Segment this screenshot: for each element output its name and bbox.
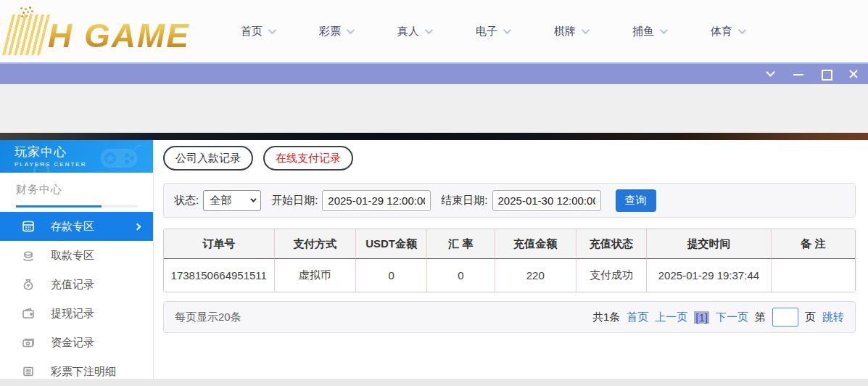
main-panel: 公司入款记录 在线支付记录 状态: 全部 开始日期: 结束日期: 查询 订单号 — [154, 140, 868, 386]
sidebar-item-withdrawal-records[interactable]: 提现记录 — [0, 299, 153, 328]
window-maximize-button[interactable] — [820, 68, 832, 80]
page-size-text: 每页显示20条 — [175, 311, 241, 324]
cell-remark — [771, 259, 855, 292]
records-table: 订单号 支付方式 USDT金额 汇 率 充值金额 充值状态 提交时间 备 注 1… — [163, 229, 856, 292]
sidebar-item-label: 取款专区 — [51, 249, 94, 263]
sidebar-item-label: 存款专区 — [51, 220, 94, 234]
jump-button[interactable]: 跳转 — [822, 311, 844, 324]
money-bag-icon — [22, 278, 35, 291]
chevron-right-icon — [134, 223, 141, 230]
col-usdt-amount: USDT金额 — [355, 229, 426, 259]
col-payment-method: 支付方式 — [274, 229, 355, 259]
first-page-link[interactable]: 首页 — [627, 311, 648, 324]
page-bottom-strip — [0, 379, 868, 386]
pagination-controls: 共1条 首页 上一页 [1] 下一页 第 页 跳转 — [592, 308, 844, 327]
pagination-panel: 每页显示20条 共1条 首页 上一页 [1] 下一页 第 页 跳转 — [163, 301, 856, 333]
chevron-down-icon — [347, 26, 355, 34]
sidebar-item-withdraw-zone[interactable]: 取款专区 — [0, 241, 153, 270]
sidebar-item-deposit-zone[interactable]: 存款专区 — [0, 212, 153, 241]
col-exchange-rate: 汇 率 — [426, 229, 494, 259]
filter-panel: 状态: 全部 开始日期: 结束日期: 查询 — [163, 183, 856, 218]
nav-item-sports[interactable]: 体育 — [711, 25, 744, 38]
logo-text: H GAME — [48, 19, 190, 52]
nav-item-chess[interactable]: 棋牌 — [554, 25, 587, 38]
end-date-input[interactable] — [492, 190, 601, 211]
hand-coins-icon — [22, 249, 35, 262]
next-page-link[interactable]: 下一页 — [716, 311, 748, 324]
nav-item-label: 捕鱼 — [632, 25, 654, 38]
table-header-row: 订单号 支付方式 USDT金额 汇 率 充值金额 充值状态 提交时间 备 注 — [164, 229, 855, 259]
cell-order-number: 1738150664951511 — [164, 259, 274, 292]
cell-payment-method: 虚拟币 — [274, 259, 355, 292]
col-order-number: 订单号 — [164, 229, 274, 259]
chevron-down-icon — [660, 26, 668, 34]
nav-item-live[interactable]: 真人 — [397, 25, 431, 38]
chevron-down-icon — [425, 26, 433, 34]
prev-page-link[interactable]: 上一页 — [655, 311, 687, 324]
wallet-icon — [22, 307, 35, 320]
list-document-icon — [22, 365, 35, 378]
window-minimize-button[interactable] — [793, 68, 804, 80]
chevron-down-icon — [766, 67, 775, 77]
col-recharge-status: 充值状态 — [576, 229, 646, 259]
brand-logo[interactable]: H GAME — [7, 6, 203, 57]
nav-item-label: 首页 — [241, 25, 263, 38]
current-page-indicator[interactable]: [1] — [694, 311, 709, 324]
start-date-label: 开始日期: — [271, 194, 318, 208]
nav-item-slots[interactable]: 电子 — [476, 25, 509, 38]
jump-page-input[interactable] — [772, 308, 798, 327]
col-submit-time: 提交时间 — [646, 229, 771, 259]
table-row: 1738150664951511 虚拟币 0 0 220 支付成功 2025-0… — [164, 259, 855, 292]
sidebar-header: 玩家中心 PLAYERS CENTER — [0, 140, 153, 173]
sidebar: 玩家中心 PLAYERS CENTER 财务中心 存款专区 — [0, 140, 154, 386]
sidebar-item-label: 提现记录 — [51, 307, 94, 321]
status-select[interactable]: 全部 — [203, 190, 261, 211]
window-close-button[interactable] — [848, 68, 859, 80]
chevron-down-icon — [582, 26, 590, 34]
nav-item-home[interactable]: 首页 — [241, 25, 274, 38]
top-header: H GAME 首页 彩票 真人 电子 棋牌 捕鱼 体育 — [0, 0, 868, 62]
finance-divider — [16, 205, 138, 208]
logo-stripes-icon — [2, 15, 50, 55]
record-tabs: 公司入款记录 在线支付记录 — [163, 146, 856, 171]
nav-item-lottery[interactable]: 彩票 — [319, 25, 352, 38]
logo-sparkles-icon — [20, 7, 22, 9]
sidebar-item-label: 彩票下注明细 — [51, 365, 116, 379]
deposit-machine-icon — [22, 220, 35, 233]
nav-item-label: 体育 — [711, 25, 732, 38]
sidebar-item-label: 资金记录 — [51, 336, 94, 350]
content-area: 玩家中心 PLAYERS CENTER 财务中心 存款专区 — [0, 140, 868, 386]
col-remark: 备 注 — [771, 229, 855, 259]
chevron-down-icon — [268, 26, 276, 34]
cell-usdt-amount: 0 — [355, 259, 426, 292]
sidebar-item-funds-records[interactable]: 资金记录 — [0, 328, 153, 357]
total-count-text: 共1条 — [592, 311, 620, 324]
status-select-value: 全部 — [210, 194, 231, 208]
tab-company-deposit-records[interactable]: 公司入款记录 — [163, 146, 253, 171]
start-date-input[interactable] — [322, 190, 431, 211]
search-button[interactable]: 查询 — [616, 189, 656, 212]
finance-section: 财务中心 — [0, 173, 153, 208]
nav-item-label: 电子 — [476, 25, 497, 38]
main-nav: 首页 彩票 真人 电子 棋牌 捕鱼 体育 — [241, 25, 744, 38]
nav-item-label: 彩票 — [319, 25, 341, 38]
sidebar-menu: 存款专区 取款专区 充值记录 提现记录 — [0, 212, 153, 386]
gamepad-icon — [98, 143, 143, 171]
end-date-label: 结束日期: — [441, 194, 487, 208]
cell-exchange-rate: 0 — [426, 259, 494, 292]
cell-recharge-amount: 220 — [495, 259, 576, 292]
sidebar-item-label: 充值记录 — [51, 278, 94, 292]
sidebar-item-recharge-records[interactable]: 充值记录 — [0, 270, 153, 299]
chevron-down-icon — [738, 26, 746, 34]
tab-online-payment-records[interactable]: 在线支付记录 — [263, 146, 353, 171]
jump-suffix-label: 页 — [805, 311, 816, 324]
chevron-down-icon — [250, 196, 256, 202]
status-label: 状态: — [174, 194, 199, 208]
banner-band — [0, 84, 868, 133]
chevron-down-icon — [503, 26, 511, 34]
nav-item-fishing[interactable]: 捕鱼 — [632, 25, 666, 38]
window-restore-button[interactable] — [765, 68, 777, 80]
cell-recharge-status: 支付成功 — [576, 259, 646, 292]
finance-center-title: 财务中心 — [16, 183, 153, 197]
cell-submit-time: 2025-01-29 19:37:44 — [646, 259, 771, 292]
